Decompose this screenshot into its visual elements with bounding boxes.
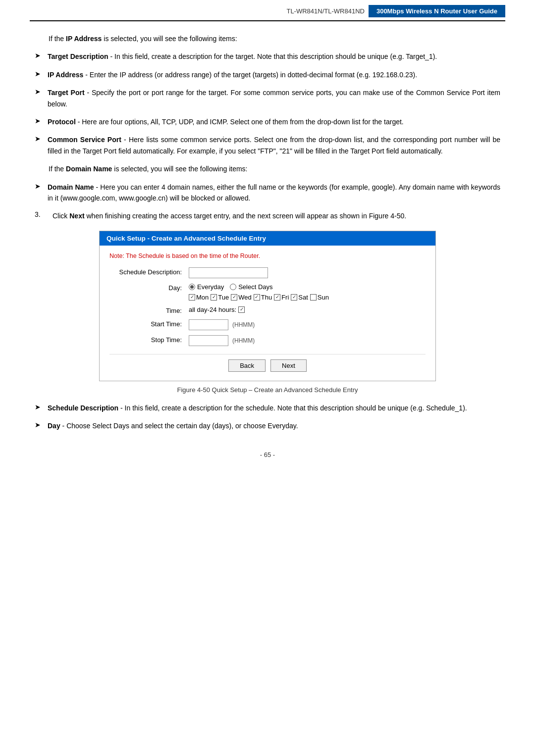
header-title: 300Mbps Wireless N Router User Guide: [369, 5, 505, 17]
checkbox-thu[interactable]: Thu: [254, 294, 272, 301]
radio-everyday-icon: [189, 284, 195, 290]
bullet-schedule-description: ➤ Schedule Description - In this field, …: [35, 403, 500, 413]
para-domain-intro: If the Domain Name is selected, you will…: [49, 163, 500, 174]
next-bold-label: Next: [69, 212, 84, 220]
checkbox-mon-icon: [189, 294, 195, 301]
label-target-port: Target Port: [48, 89, 85, 97]
checkbox-row-days: Mon Tue Wed: [189, 294, 329, 301]
checkbox-sun[interactable]: Sun: [310, 294, 329, 301]
page-header: TL-WR841N/TL-WR841ND 300Mbps Wireless N …: [30, 0, 505, 21]
checkbox-mon[interactable]: Mon: [189, 294, 209, 301]
label-target-description: Target Description: [48, 52, 108, 60]
label-day-bullet: Day: [48, 422, 60, 430]
radio-select-days-label: Select Days: [238, 283, 272, 291]
back-button[interactable]: Back: [228, 359, 266, 372]
schedule-form: Schedule Description: Day: Ever: [109, 267, 426, 346]
checkbox-sat[interactable]: Sat: [291, 294, 308, 301]
radio-everyday-label: Everyday: [197, 283, 224, 291]
form-row-time: Time: all day-24 hours:: [109, 306, 426, 314]
bullet-arrow-icon: ➤: [35, 88, 41, 96]
label-protocol: Protocol: [48, 118, 76, 126]
radio-select-days-icon: [230, 284, 236, 290]
bullet-target-port: ➤ Target Port - Specify the port or port…: [35, 87, 500, 109]
checkbox-fri[interactable]: Fri: [274, 294, 289, 301]
bullet-target-description: ➤ Target Description - In this field, cr…: [35, 51, 500, 62]
radio-everyday[interactable]: Everyday: [189, 283, 224, 291]
start-time-hint: (HHMM): [232, 321, 255, 328]
form-row-description: Schedule Description:: [109, 267, 426, 278]
label-time: Time:: [109, 306, 189, 314]
bullet-arrow-icon: ➤: [35, 182, 41, 190]
checkbox-sat-icon: [291, 294, 297, 301]
para-ip-intro: If the IP Address is selected, you will …: [49, 33, 500, 44]
form-row-start-time: Start Time: (HHMM): [109, 319, 426, 330]
label-thu: Thu: [261, 294, 272, 301]
checkbox-wed-icon: [231, 294, 237, 301]
label-sat: Sat: [298, 294, 308, 301]
label-fri: Fri: [281, 294, 289, 301]
label-stop-time: Stop Time:: [109, 335, 189, 344]
label-common-service-port: Common Service Port: [48, 136, 121, 144]
bullet-arrow-icon: ➤: [35, 51, 41, 59]
input-schedule-description[interactable]: [189, 267, 268, 278]
checkbox-all-day-icon[interactable]: [238, 306, 245, 313]
checkbox-tue[interactable]: Tue: [211, 294, 229, 301]
item-number: 3.: [35, 210, 53, 218]
label-sched-desc: Schedule Description: [48, 404, 118, 412]
numbered-item-3: 3. Click Next when finishing creating th…: [35, 210, 500, 221]
bullet-arrow-icon: ➤: [35, 117, 41, 125]
label-mon: Mon: [196, 294, 209, 301]
bullet-protocol: ➤ Protocol - Here are four options, All,…: [35, 116, 500, 127]
checkbox-wed[interactable]: Wed: [231, 294, 252, 301]
form-row-stop-time: Stop Time: (HHMM): [109, 335, 426, 346]
bullet-domain-name: ➤ Domain Name - Here you can enter 4 dom…: [35, 182, 500, 204]
radio-group-day: Everyday Select Days: [189, 283, 273, 291]
bullet-arrow-icon: ➤: [35, 403, 41, 411]
figure-caption: Figure 4-50 Quick Setup – Create an Adva…: [35, 386, 500, 394]
schedule-panel-header: Quick Setup - Create an Advanced Schedul…: [100, 231, 435, 246]
schedule-panel: Quick Setup - Create an Advanced Schedul…: [99, 231, 436, 381]
panel-buttons: Back Next: [109, 354, 426, 372]
label-domain-name: Domain Name: [48, 183, 94, 191]
input-stop-time[interactable]: [189, 335, 228, 346]
header-model: TL-WR841N/TL-WR841ND: [30, 7, 369, 15]
bullet-day: ➤ Day - Choose Select Days and select th…: [35, 420, 500, 431]
bullet-arrow-icon: ➤: [35, 421, 41, 429]
bullet-arrow-icon: ➤: [35, 70, 41, 78]
page-number: - 65 -: [30, 451, 505, 458]
input-start-time[interactable]: [189, 319, 228, 330]
schedule-note: Note: The Schedule is based on the time …: [109, 252, 426, 259]
radio-select-days[interactable]: Select Days: [230, 283, 272, 291]
checkbox-sun-icon: [310, 294, 317, 301]
all-day-row: all day-24 hours:: [189, 306, 245, 313]
checkbox-thu-icon: [254, 294, 260, 301]
stop-time-hint: (HHMM): [232, 337, 255, 344]
bullet-common-service-port: ➤ Common Service Port - Here lists some …: [35, 134, 500, 156]
bullet-ip-address: ➤ IP Address - Enter the IP address (or …: [35, 69, 500, 80]
bullet-arrow-icon: ➤: [35, 135, 41, 143]
label-start-time: Start Time:: [109, 319, 189, 328]
form-row-day: Day: Everyday Select Days: [109, 283, 426, 301]
label-wed: Wed: [238, 294, 252, 301]
checkbox-fri-icon: [274, 294, 280, 301]
label-tue: Tue: [218, 294, 229, 301]
next-button[interactable]: Next: [270, 359, 307, 372]
label-day: Day:: [109, 283, 189, 292]
label-ip-address: IP Address: [48, 71, 83, 79]
label-schedule-description: Schedule Description:: [109, 267, 189, 276]
label-sun: Sun: [318, 294, 329, 301]
checkbox-tue-icon: [211, 294, 217, 301]
all-day-label: all day-24 hours:: [189, 306, 236, 313]
